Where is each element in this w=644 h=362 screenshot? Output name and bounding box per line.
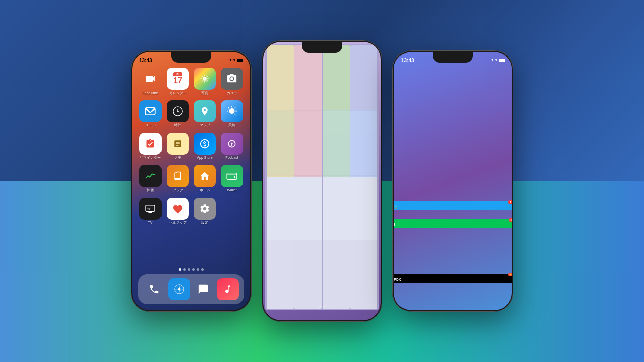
svg-rect-13 xyxy=(227,173,237,180)
stocks-label: 株価 xyxy=(147,188,154,192)
svg-point-12 xyxy=(177,111,178,112)
phone-3-screen: 13:43 ✈ ▾ ▮▮▮ 🔍 Appライブラリ xyxy=(394,52,512,310)
dot-6 xyxy=(201,268,204,271)
reminders-label: リマインダー xyxy=(140,156,161,160)
wallet-label: Wallet xyxy=(227,188,236,192)
app-tv[interactable]: tv TV xyxy=(138,198,163,225)
svg-rect-5 xyxy=(201,76,203,78)
home-label: ホーム xyxy=(200,188,210,192)
app-clock[interactable]: 時計 xyxy=(166,100,190,127)
notch-3 xyxy=(433,52,473,63)
app-stocks[interactable]: 株価 xyxy=(138,165,163,192)
twitter-lib-icon: 🐦 1 xyxy=(394,201,512,210)
svg-rect-6 xyxy=(206,80,208,82)
health-icon xyxy=(167,198,189,220)
dot-5 xyxy=(197,268,199,271)
app-podcast[interactable]: Podcast xyxy=(220,133,244,160)
phone-1-screen: 13:43 ✈ ▾ ▮▮▮ FaceTime xyxy=(132,52,250,310)
dock-messages[interactable] xyxy=(192,278,214,300)
tv-label: TV xyxy=(148,221,153,225)
phone-3: 13:43 ✈ ▾ ▮▮▮ 🔍 Appライブラリ xyxy=(392,50,513,312)
app-calendar[interactable]: 木 17 カレンダー xyxy=(166,68,190,95)
dot-4 xyxy=(192,268,195,271)
appstore-icon xyxy=(194,133,216,155)
weather-icon xyxy=(221,100,243,122)
pages-grid: ✓ ✓ xyxy=(263,63,381,111)
notes-label: メモ xyxy=(174,156,181,160)
app-facetime[interactable]: FaceTime xyxy=(138,68,163,95)
fox-lib-icon: FOX ⭐ xyxy=(394,274,512,283)
camera-label: カメラ xyxy=(227,91,237,95)
notes-icon xyxy=(167,133,189,155)
settings-label: 設定 xyxy=(201,221,208,225)
svg-rect-1 xyxy=(204,74,205,76)
dock-1 xyxy=(138,274,244,304)
svg-rect-3 xyxy=(200,78,202,79)
mail-icon xyxy=(139,100,162,122)
app-photos[interactable]: 写真 xyxy=(193,68,217,95)
weather-label: 天気 xyxy=(228,123,235,127)
phone-call-icon xyxy=(143,278,166,300)
home-app-icon xyxy=(194,165,216,187)
phone-2: 完了 ページを編集 ✓ xyxy=(262,40,382,322)
dock-phone[interactable] xyxy=(143,278,166,300)
app-notes[interactable]: メモ xyxy=(166,133,190,160)
home-app-grid: FaceTime 木 17 カレンダー 写真 xyxy=(138,68,244,225)
notch-2 xyxy=(302,42,342,53)
app-wallet[interactable]: Wallet xyxy=(220,165,244,192)
phone-container: 13:43 ✈ ▾ ▮▮▮ FaceTime xyxy=(131,40,513,322)
reminders-icon xyxy=(139,133,162,155)
app-appstore[interactable]: App Store xyxy=(193,133,217,160)
app-settings[interactable]: 設定 xyxy=(193,198,217,225)
mail-label: メール xyxy=(145,123,156,127)
podcast-label: Podcast xyxy=(225,156,238,160)
dot-1 xyxy=(179,268,181,271)
photos-label: 写真 xyxy=(201,91,208,95)
camera-icon xyxy=(221,68,243,90)
svg-rect-4 xyxy=(207,78,209,79)
app-reminders[interactable]: リマインダー xyxy=(138,133,163,160)
facetime-icon xyxy=(139,68,162,90)
health-label: ヘルスケア xyxy=(169,221,187,225)
svg-rect-8 xyxy=(206,75,208,77)
app-home[interactable]: ホーム xyxy=(193,165,217,192)
dock-safari[interactable] xyxy=(168,278,190,300)
calendar-label: カレンダー xyxy=(169,91,187,95)
app-books[interactable]: ブック xyxy=(166,165,190,192)
phone-2-screen: 完了 ページを編集 ✓ xyxy=(263,42,381,320)
podcast-icon xyxy=(221,133,243,155)
clock-icon xyxy=(167,100,189,122)
stocks-icon xyxy=(139,165,162,187)
svg-rect-2 xyxy=(204,81,205,83)
app-weather[interactable]: 天気 xyxy=(220,100,244,127)
dock-music[interactable] xyxy=(217,278,239,300)
page-dots-1 xyxy=(132,268,250,271)
app-camera[interactable]: カメラ xyxy=(220,68,244,95)
messages-icon xyxy=(192,278,214,300)
svg-rect-15 xyxy=(146,205,155,211)
maps-icon xyxy=(194,100,216,122)
dot-2 xyxy=(183,268,186,271)
notch-1 xyxy=(171,52,211,63)
status-time-1: 13:43 xyxy=(139,58,152,63)
svg-rect-7 xyxy=(202,80,204,82)
calendar-icon: 木 17 xyxy=(167,68,189,90)
tv-icon: tv xyxy=(139,198,162,220)
app-mail[interactable]: メール xyxy=(138,100,163,127)
dot-3 xyxy=(188,268,190,271)
app-maps[interactable]: マップ xyxy=(193,100,217,127)
svg-point-14 xyxy=(234,176,236,178)
music-icon xyxy=(217,278,239,300)
svg-point-0 xyxy=(203,77,207,81)
books-icon xyxy=(167,165,189,187)
books-label: ブック xyxy=(173,188,183,192)
line-lib-icon: L 10 xyxy=(394,219,512,228)
wallet-icon xyxy=(221,165,243,187)
safari-icon xyxy=(168,278,190,300)
svg-text:tv: tv xyxy=(148,207,150,210)
clock-label: 時計 xyxy=(174,123,181,127)
facetime-label: FaceTime xyxy=(143,91,158,95)
appstore-label: App Store xyxy=(197,156,212,160)
app-health[interactable]: ヘルスケア xyxy=(166,198,190,225)
status-time-3: 13:43 xyxy=(401,58,414,63)
